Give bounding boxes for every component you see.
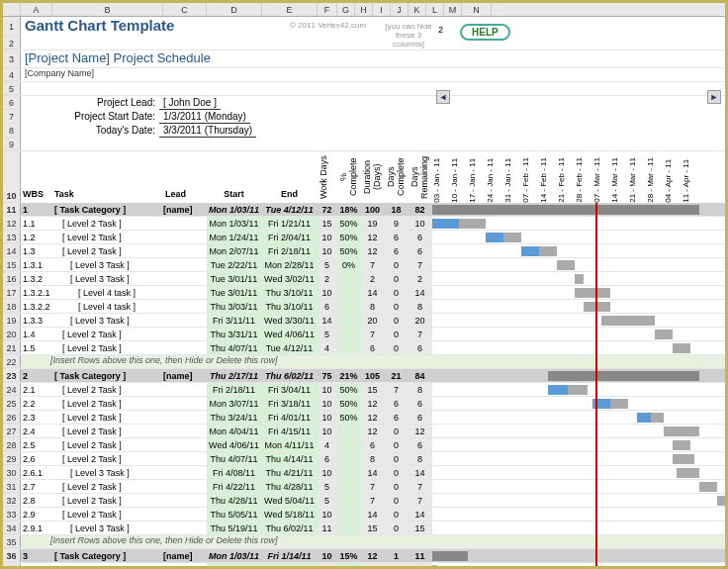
row-header[interactable]: 18: [3, 300, 21, 313]
start-cell[interactable]: Mon 4/04/11: [207, 425, 262, 437]
days-remaining-cell[interactable]: 7: [409, 328, 432, 340]
row-header[interactable]: 10: [3, 151, 21, 203]
task-name-cell[interactable]: [ Level 2 Task ]: [52, 438, 163, 451]
workdays-cell[interactable]: 10: [318, 508, 337, 521]
days-remaining-cell[interactable]: 7: [409, 258, 432, 271]
row-header[interactable]: 28: [3, 438, 21, 451]
end-cell[interactable]: Fri 3/18/11: [262, 397, 318, 410]
start-cell[interactable]: Fri 2/18/11: [207, 383, 262, 396]
end-cell[interactable]: Fri 3/04/11: [262, 383, 318, 396]
days-complete-cell[interactable]: 0: [385, 314, 409, 327]
task-row[interactable]: 34 2.9.1 [ Level 3 Task ] Thu 5/19/11 Th…: [3, 522, 725, 535]
end-cell[interactable]: Thu 3/10/11: [262, 286, 318, 299]
workdays-cell[interactable]: 5: [318, 328, 337, 340]
workdays-cell[interactable]: 10: [318, 397, 337, 410]
task-row[interactable]: 27 2.4 [ Level 2 Task ] Mon 4/04/11 Fri …: [3, 425, 725, 438]
row-header[interactable]: 7: [3, 110, 21, 124]
start-cell[interactable]: Tue 2/22/11: [207, 258, 262, 271]
task-row[interactable]: 25 2.2 [ Level 2 Task ] Mon 3/07/11 Fri …: [3, 397, 725, 411]
task-name-cell[interactable]: [ Level 2 Task ]: [52, 397, 163, 410]
row-header[interactable]: 3: [3, 50, 21, 68]
wbs-cell[interactable]: 2.2: [21, 397, 52, 410]
start-cell[interactable]: Thu 3/24/11: [207, 411, 262, 424]
days-complete-cell[interactable]: 0: [385, 563, 409, 569]
end-cell[interactable]: Fri 4/01/11: [262, 411, 318, 424]
task-row[interactable]: 20 1.4 [ Level 2 Task ] Thu 3/31/11 Wed …: [3, 328, 725, 341]
row-header[interactable]: 4: [3, 68, 21, 81]
wbs-cell[interactable]: 1.3: [21, 244, 52, 257]
days-remaining-cell[interactable]: 8: [409, 300, 432, 313]
days-complete-cell[interactable]: 0: [385, 328, 409, 340]
days-complete-cell[interactable]: 6: [385, 411, 409, 424]
days-remaining-cell[interactable]: 82: [409, 203, 432, 216]
task-name-cell[interactable]: [ Level 3 Task ]: [52, 466, 163, 479]
pct-cell[interactable]: [337, 272, 361, 285]
end-cell[interactable]: Thu 3/10/11: [262, 300, 318, 313]
days-complete-cell[interactable]: 0: [385, 286, 409, 299]
row-header[interactable]: 33: [3, 508, 21, 521]
row-header[interactable]: 29: [3, 452, 21, 465]
category-row[interactable]: 11 1 [ Task Category ] [name] Mon 1/03/1…: [3, 203, 725, 217]
pct-cell[interactable]: [337, 341, 361, 354]
task-name-cell[interactable]: [ Level 2 Task ]: [52, 217, 163, 230]
task-row[interactable]: 37 3.1 [ Level 2 Task ] Mon 1/03/11 Mon …: [3, 563, 725, 569]
duration-cell[interactable]: 7: [361, 328, 385, 340]
days-remaining-cell[interactable]: 8: [409, 452, 432, 465]
end-cell[interactable]: Fri 2/18/11: [262, 244, 318, 257]
workdays-cell[interactable]: 10: [318, 425, 337, 437]
task-row[interactable]: 21 1.5 [ Level 2 Task ] Thu 4/07/11 Tue …: [3, 341, 725, 355]
project-start-value[interactable]: 1/3/2011 (Monday): [159, 110, 250, 124]
task-name-cell[interactable]: [ Level 2 Task ]: [52, 383, 163, 396]
start-cell[interactable]: Tue 3/01/11: [207, 286, 262, 299]
duration-cell[interactable]: 2: [361, 272, 385, 285]
header-workdays[interactable]: Work Days: [318, 151, 337, 203]
end-cell[interactable]: Mon 2/28/11: [262, 258, 318, 271]
end-cell[interactable]: Thu 4/28/11: [262, 480, 318, 493]
workdays-cell[interactable]: 2: [318, 272, 337, 285]
row-header[interactable]: 8: [3, 124, 21, 138]
days-complete-cell[interactable]: 0: [385, 522, 409, 534]
task-row[interactable]: 32 2.8 [ Level 2 Task ] Thu 4/28/11 Wed …: [3, 494, 725, 508]
row-header[interactable]: 19: [3, 314, 21, 327]
days-remaining-cell[interactable]: 14: [409, 466, 432, 479]
pct-cell[interactable]: 50%: [337, 217, 361, 230]
lead-cell[interactable]: [163, 508, 207, 521]
task-name-cell[interactable]: [ Task Category ]: [52, 369, 163, 382]
workdays-cell[interactable]: 4: [318, 341, 337, 354]
lead-cell[interactable]: [163, 438, 207, 451]
pct-cell[interactable]: 50%: [337, 383, 361, 396]
duration-cell[interactable]: 100: [361, 203, 385, 216]
task-name-cell[interactable]: [ Level 4 task ]: [52, 286, 163, 299]
lead-cell[interactable]: [name]: [163, 203, 207, 216]
row-header[interactable]: 20: [3, 328, 21, 340]
wbs-cell[interactable]: 3: [21, 549, 52, 562]
header-start[interactable]: Start: [207, 185, 262, 203]
task-name-cell[interactable]: [ Level 2 Task ]: [52, 244, 163, 257]
start-cell[interactable]: Mon 1/03/11: [207, 217, 262, 230]
days-remaining-cell[interactable]: 6: [409, 397, 432, 410]
duration-cell[interactable]: 6: [361, 341, 385, 354]
task-name-cell[interactable]: [ Level 2 Task ]: [52, 563, 163, 569]
days-complete-cell[interactable]: 0: [385, 272, 409, 285]
workdays-cell[interactable]: 75: [318, 369, 337, 382]
start-cell[interactable]: Fri 3/11/11: [207, 314, 262, 327]
lead-cell[interactable]: [163, 258, 207, 271]
days-remaining-cell[interactable]: 12: [409, 425, 432, 437]
days-complete-cell[interactable]: 6: [385, 397, 409, 410]
task-name-cell[interactable]: [ Level 2 Task ]: [52, 494, 163, 507]
task-row[interactable]: 17 1.3.2.1 [ Level 4 task ] Tue 3/01/11 …: [3, 286, 725, 300]
workdays-cell[interactable]: 6: [318, 300, 337, 313]
end-cell[interactable]: Tue 4/12/11: [262, 341, 318, 354]
row-header[interactable]: 32: [3, 494, 21, 507]
lead-cell[interactable]: [163, 522, 207, 534]
days-complete-cell[interactable]: 9: [385, 217, 409, 230]
task-name-cell[interactable]: [ Task Category ]: [52, 203, 163, 216]
lead-cell[interactable]: [name]: [163, 369, 207, 382]
task-name-cell[interactable]: [ Level 3 Task ]: [52, 258, 163, 271]
end-cell[interactable]: Fri 4/15/11: [262, 425, 318, 437]
row-header[interactable]: 24: [3, 383, 21, 396]
duration-cell[interactable]: 12: [361, 549, 385, 562]
lead-cell[interactable]: [163, 300, 207, 313]
header-pct-complete[interactable]: % Complete: [337, 151, 361, 203]
pct-cell[interactable]: [337, 438, 361, 451]
